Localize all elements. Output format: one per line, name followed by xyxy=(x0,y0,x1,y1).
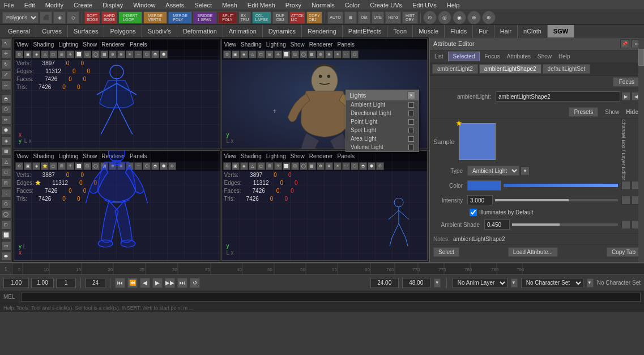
anim-layer-dropdown[interactable]: No Anim Layer xyxy=(453,278,507,288)
menu-window[interactable]: Window xyxy=(131,2,157,9)
intensity-expand[interactable] xyxy=(621,196,630,205)
vp-tr-btn13[interactable]: ⊗ xyxy=(325,50,333,58)
scrollbar-thumb[interactable] xyxy=(638,49,644,66)
node-tab-default-light-set[interactable]: defaultLightSet xyxy=(543,64,591,74)
split-poly-btn[interactable]: SPLITPOLY xyxy=(218,11,237,24)
vp-tr-btn8[interactable]: ⬜ xyxy=(283,50,291,58)
lights-dialog-header[interactable]: Lights × xyxy=(346,90,419,100)
viewport-bottom-right[interactable]: View Shading Lighting Show Renderer Pane… xyxy=(221,150,428,261)
tool-18[interactable]: ⊡ xyxy=(1,220,11,230)
bridge-btn[interactable]: BRIDGE1 SPAN xyxy=(193,11,217,24)
menu-assets[interactable]: Assets xyxy=(164,2,186,9)
vp-tr-btn12[interactable]: ⊕ xyxy=(317,50,325,58)
focus-button[interactable]: Focus xyxy=(613,77,641,87)
vp-tr-renderer[interactable]: Renderer xyxy=(309,41,333,48)
tab-deformation[interactable]: Deformation xyxy=(177,25,223,37)
tab-painteffects[interactable]: PaintEffects xyxy=(343,25,388,37)
menu-display[interactable]: Display xyxy=(101,2,125,9)
color-slider[interactable] xyxy=(504,184,618,187)
universal-tool[interactable]: ⊹ xyxy=(1,81,11,90)
loop-btn[interactable]: ↺ xyxy=(190,278,200,288)
auto-uvs-btn[interactable]: AUTO xyxy=(327,11,343,24)
collapse-btn[interactable]: COLLAPSE xyxy=(252,11,271,24)
tab-animation[interactable]: Animation xyxy=(223,25,263,37)
move-tool[interactable]: ✛ xyxy=(1,49,11,59)
tool-13[interactable]: ◻ xyxy=(1,168,11,178)
vp-tr-btn6[interactable]: ⊞ xyxy=(266,50,274,58)
attr-copy-btn[interactable]: Copy Tab xyxy=(607,247,641,257)
current-frame-input[interactable] xyxy=(31,278,54,288)
merge-poly-btn[interactable]: MERGEPOLY xyxy=(168,11,192,24)
tool-11[interactable]: ▦ xyxy=(1,147,11,157)
menu-edit-mesh[interactable]: Edit Mesh xyxy=(246,2,277,9)
attr-load-btn[interactable]: Load Attribute... xyxy=(508,247,558,257)
tab-polygons[interactable]: Polygons xyxy=(104,25,142,37)
attr-select-btn[interactable]: Select xyxy=(433,247,459,257)
lights-item-directional[interactable]: Directional Light xyxy=(346,109,419,117)
range-start-input[interactable] xyxy=(370,278,399,288)
vp-tr-btn1[interactable]: ⊙ xyxy=(223,50,231,58)
mel-input[interactable] xyxy=(21,293,641,302)
icon-circle1[interactable]: ⊙ xyxy=(423,11,437,24)
play-to-end-btn[interactable]: ⏭ xyxy=(177,278,187,288)
tab-subdivs[interactable]: Subdiv's xyxy=(142,25,177,37)
attr-tab-show[interactable]: Show xyxy=(535,53,554,60)
vp-tr-btn10[interactable]: ◯ xyxy=(300,50,308,58)
menu-create[interactable]: Create xyxy=(72,2,94,9)
dup-obj-btn[interactable]: DUPOBJ xyxy=(272,11,288,24)
frame-display[interactable] xyxy=(86,278,105,288)
tool-10[interactable]: ◈ xyxy=(1,136,11,146)
attr-tab-help[interactable]: Help xyxy=(556,53,573,60)
attr-tab-list[interactable]: List xyxy=(432,53,446,60)
tool-20[interactable]: ▭ xyxy=(1,241,11,251)
hard-edge-btn[interactable]: HARDEDGE xyxy=(101,11,117,24)
type-dropdown[interactable]: Ambient Light xyxy=(467,166,519,176)
node-tab-ambient-shape[interactable]: ambientLightShape2 xyxy=(479,64,541,74)
out-btn[interactable]: Out xyxy=(358,11,370,24)
tool-15[interactable]: ⋮ xyxy=(1,189,11,198)
step-back-btn[interactable]: ⏪ xyxy=(127,278,138,288)
menu-create-uvs[interactable]: Create UVs xyxy=(368,2,404,9)
vp-tr-btn7[interactable]: ✛ xyxy=(274,50,282,58)
attack-lic-btn[interactable]: ATTCKLIC xyxy=(289,11,305,24)
tool-14[interactable]: ⊞ xyxy=(1,178,11,188)
vp-tr-panels[interactable]: Panels xyxy=(337,41,355,48)
tab-hair[interactable]: Hair xyxy=(494,25,518,37)
attr-editor-pin[interactable]: 📌 xyxy=(620,39,629,48)
play-to-start-btn[interactable]: ⏮ xyxy=(115,278,125,288)
viewport-top-left[interactable]: View Shading Lighting Show Renderer Pane… xyxy=(14,39,220,149)
menu-normals[interactable]: Normals xyxy=(310,2,336,9)
scale-tool[interactable]: ⤢ xyxy=(1,70,11,80)
ute-btn[interactable]: UTE xyxy=(372,11,384,24)
viewport-bottom-left[interactable]: View Shading Lighting Show Renderer Pane… xyxy=(14,150,220,261)
sample-swatch-container[interactable]: ★ xyxy=(459,123,496,160)
tool-12[interactable]: △ xyxy=(1,157,11,167)
play-btn[interactable]: ▶ xyxy=(152,278,163,288)
sample-color-swatch[interactable] xyxy=(459,123,496,160)
tab-dynamics[interactable]: Dynamics xyxy=(263,25,302,37)
next-frame-btn[interactable]: ▶▶ xyxy=(165,278,175,288)
ambient-light-checkbox[interactable] xyxy=(408,102,414,108)
spot-light-checkbox[interactable] xyxy=(408,128,414,133)
range-dropdown[interactable]: ▼ xyxy=(434,278,441,288)
merge-verts-btn[interactable]: MERGEVERTS xyxy=(143,11,167,24)
tool-btn-3[interactable]: ◇ xyxy=(67,11,79,24)
prev-frame-btn[interactable]: ◀ xyxy=(140,278,150,288)
vp-tr-btn4[interactable]: △ xyxy=(249,50,257,58)
soft-edge-btn[interactable]: SOFTEDGE xyxy=(84,11,100,24)
lights-item-ambient[interactable]: Ambient Light xyxy=(346,100,419,109)
lights-item-volume[interactable]: Volume Light xyxy=(346,143,419,151)
icon-circle2[interactable]: ◎ xyxy=(438,11,451,24)
icon-circle4[interactable]: ⊗ xyxy=(467,11,481,24)
hshd-btn[interactable]: Hshd xyxy=(385,11,401,24)
vp-tr-btn3[interactable]: ◈ xyxy=(240,50,248,58)
type-arrow[interactable]: ▼ xyxy=(521,166,530,175)
vp-tr-btn15[interactable]: ⋯ xyxy=(342,50,350,58)
menu-file[interactable]: File xyxy=(2,2,16,9)
color-swatch[interactable] xyxy=(467,180,501,191)
vp-tr-btn14[interactable]: ☀ xyxy=(334,50,342,58)
icon-circle5[interactable]: ⊕ xyxy=(482,11,496,24)
tab-muscle[interactable]: Muscle xyxy=(413,25,445,37)
range-end-input[interactable] xyxy=(402,278,430,288)
character-dropdown[interactable]: No Character Set xyxy=(521,278,583,288)
